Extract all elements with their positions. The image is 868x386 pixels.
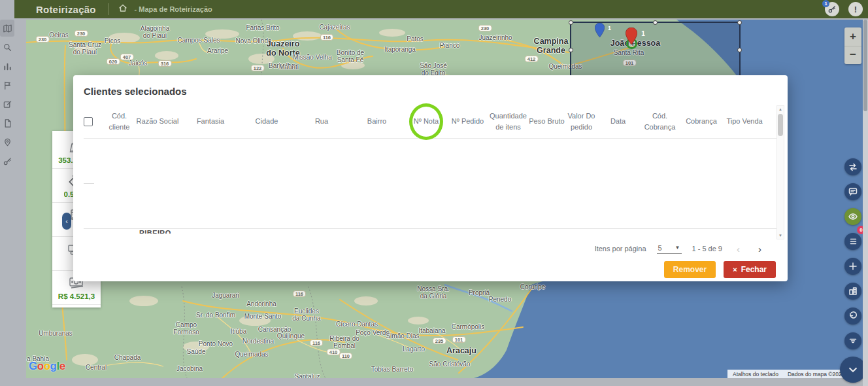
map-icon <box>3 24 12 33</box>
road-shield: 101 <box>452 336 466 343</box>
eye-icon <box>848 211 858 222</box>
flag-icon <box>3 80 12 90</box>
column-header-5: Rua <box>294 116 349 127</box>
resize-handle[interactable] <box>569 48 573 52</box>
map-city-label: Lagarto <box>403 345 425 353</box>
road-shield: 230 <box>75 30 88 37</box>
map-marker-red[interactable]: 1 <box>626 27 637 47</box>
road-shield: 316 <box>158 60 172 67</box>
google-logo[interactable]: Google <box>29 360 65 373</box>
visibility-button-active[interactable] <box>844 208 861 225</box>
home-icon[interactable] <box>118 3 128 16</box>
route-button[interactable] <box>844 158 861 175</box>
map-city-label: Cajazeiras <box>319 24 350 31</box>
column-header-3: Fantasia <box>182 116 239 127</box>
pagination-bar: Itens por página 5 ▼ 1 - 5 de 9 ‹ › <box>84 241 777 256</box>
column-header-15: Tipo Venda <box>721 116 768 127</box>
bar-chart-icon <box>3 61 12 71</box>
sidebar-item-flag[interactable] <box>0 77 14 94</box>
undo-icon <box>848 311 858 321</box>
map-city-label: Juazeirinho <box>478 34 512 41</box>
column-header-14: Cobrança <box>682 116 721 127</box>
chat-button[interactable] <box>844 183 861 200</box>
close-button[interactable]: × Fechar <box>724 261 776 278</box>
zoom-in-button[interactable]: + <box>844 27 861 46</box>
previous-page-button[interactable]: ‹ <box>733 243 744 254</box>
sidebar-item-key[interactable] <box>0 152 14 169</box>
road-shield: 116 <box>310 340 323 346</box>
clientes-selecionados-modal: Clientes selecionados Cód. clienteRazão … <box>73 75 788 281</box>
column-header-13: Cód. Cobrança <box>638 111 682 132</box>
map-city-label: Bonito de Santa Fé <box>337 49 364 63</box>
map-city-label: Itaporanga <box>384 46 416 53</box>
column-header-1: Cód. cliente <box>105 111 133 132</box>
collapse-panel-button[interactable]: ‹ <box>62 213 71 230</box>
map-city-label: Cansanção <box>258 326 292 333</box>
sidebar-item-edit[interactable] <box>0 96 14 113</box>
page-scrollbar[interactable] <box>863 20 868 386</box>
map-city-label: Santaluz <box>295 373 320 378</box>
map-city-label: São Cristóvão <box>429 360 471 368</box>
road-shield: 122 <box>251 65 265 71</box>
undo-button[interactable] <box>844 307 861 325</box>
select-all-checkbox[interactable] <box>84 117 93 126</box>
sidebar-item-map[interactable] <box>0 20 14 37</box>
column-header-7: Nº Nota <box>405 116 448 127</box>
map-city-label: Chapada <box>114 354 141 361</box>
road-shield: 116 <box>293 290 306 297</box>
building-button[interactable] <box>844 283 861 300</box>
map-city-label: Campos Sales <box>177 37 220 44</box>
map-city-label: Propriá <box>469 289 490 296</box>
map-city-label: Coruripe <box>520 283 545 290</box>
resize-handle[interactable] <box>569 20 573 25</box>
next-page-button[interactable]: › <box>754 243 765 254</box>
map-city-label: Ribeira do Pombal <box>329 335 359 349</box>
close-icon: × <box>733 266 737 273</box>
column-header-10: Peso Bruto <box>529 116 565 127</box>
table-header-row: Cód. clienteRazão SocialFantasiaCidadeRu… <box>84 105 777 139</box>
app-root: Roteirização - Mapa de Roteirização 1 ! <box>0 0 868 386</box>
breadcrumb: - Mapa de Roteirização <box>135 5 212 13</box>
map-city-label: Cícero Dantas <box>336 321 378 328</box>
sidebar-item-search[interactable] <box>0 39 14 56</box>
remove-button[interactable]: Remover <box>664 261 716 278</box>
caret-down-icon: ▼ <box>675 245 680 251</box>
road-shield: 110 <box>339 353 352 359</box>
app-title: Roteirização <box>36 4 96 15</box>
add-button[interactable] <box>844 258 861 275</box>
resize-handle[interactable] <box>653 20 658 25</box>
scroll-up-arrow[interactable]: ▲ <box>777 106 784 113</box>
sidebar-item-file[interactable] <box>0 114 14 132</box>
chat-icon <box>848 186 858 197</box>
map-city-label: Araripe <box>207 47 228 54</box>
map-city-label: Monte Santo <box>244 313 282 320</box>
settings-key-button[interactable]: 1 <box>825 2 839 16</box>
resize-handle[interactable] <box>737 48 742 52</box>
row-divider <box>84 183 94 184</box>
keyboard-shortcuts-link[interactable]: Atalhos do teclado <box>733 371 778 377</box>
collapse-toolbar-button[interactable] <box>840 357 866 383</box>
alert-button[interactable]: ! <box>848 2 863 16</box>
filter-button[interactable] <box>844 332 861 349</box>
items-per-page-label: Itens por página <box>595 245 646 253</box>
resize-handle[interactable] <box>737 20 742 25</box>
scroll-thumb[interactable] <box>778 114 783 136</box>
page-size-select[interactable]: 5 ▼ <box>657 244 682 254</box>
plus-icon <box>848 261 858 272</box>
list-button[interactable] <box>844 233 861 250</box>
map-city-label: Missão Velha <box>293 54 331 61</box>
sidebar-item-pin[interactable] <box>0 133 14 150</box>
map-marker-blue[interactable]: 1 <box>595 23 605 40</box>
map-city-label: Itiúba <box>231 328 246 335</box>
map-city-label: Itabaiana <box>418 327 445 334</box>
column-header-2: Razão Social <box>133 116 182 127</box>
road-shield: 410 <box>327 349 341 355</box>
scroll-down-arrow[interactable]: ▼ <box>777 232 784 239</box>
road-shield: 235 <box>433 338 446 344</box>
modal-scrollbar[interactable]: ▲ ▼ <box>776 105 784 239</box>
clipped-row-text: RIBEIRO <box>139 229 777 234</box>
zoom-out-button[interactable]: − <box>844 46 861 65</box>
filter-icon <box>848 336 858 346</box>
sidebar-item-chart[interactable] <box>0 58 14 75</box>
map-city-label: Jaicós <box>129 60 147 67</box>
